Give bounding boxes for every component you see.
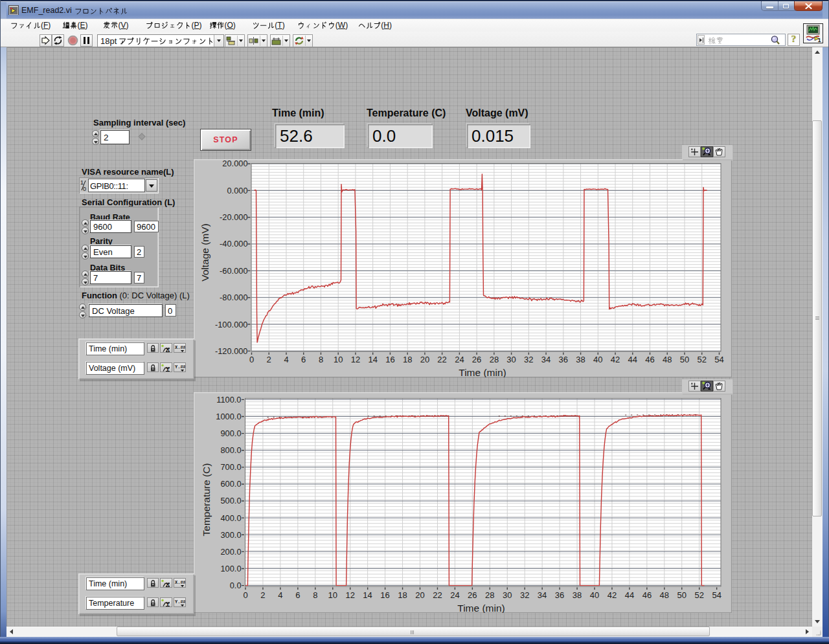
svg-text:52: 52 xyxy=(697,355,706,364)
svg-text:0: 0 xyxy=(249,355,254,364)
svg-text:100.0: 100.0 xyxy=(220,564,241,573)
svg-text:32: 32 xyxy=(524,355,533,364)
svg-text:Y.##: Y.## xyxy=(175,364,185,370)
svg-text:50: 50 xyxy=(677,590,687,600)
svg-text:4: 4 xyxy=(284,355,288,364)
svg-text:14: 14 xyxy=(368,355,377,364)
svg-text:38: 38 xyxy=(573,590,582,600)
svg-text:34: 34 xyxy=(538,590,547,600)
svg-text:Time (min): Time (min) xyxy=(457,603,505,614)
svg-text:2: 2 xyxy=(260,590,265,600)
svg-text:18: 18 xyxy=(398,590,407,600)
svg-text:700.0: 700.0 xyxy=(220,462,241,472)
svg-text:0.0: 0.0 xyxy=(230,581,242,590)
svg-text:600.0: 600.0 xyxy=(220,479,241,489)
svg-text:48: 48 xyxy=(660,590,669,600)
svg-text:30: 30 xyxy=(506,355,516,364)
svg-text:900.0: 900.0 xyxy=(220,428,241,438)
svg-text:30: 30 xyxy=(503,590,512,600)
svg-text:44: 44 xyxy=(628,355,637,364)
svg-text:-40.000: -40.000 xyxy=(220,239,247,249)
svg-text:-20.000: -20.000 xyxy=(220,212,247,222)
svg-text:40: 40 xyxy=(590,590,599,600)
svg-text:0: 0 xyxy=(243,590,247,600)
svg-text:8: 8 xyxy=(313,590,317,600)
svg-text:6: 6 xyxy=(295,590,300,600)
svg-text:-80.000: -80.000 xyxy=(220,293,247,302)
svg-text:42: 42 xyxy=(611,355,620,364)
svg-text:44: 44 xyxy=(625,590,634,600)
svg-text:1: 1 xyxy=(818,37,821,43)
svg-text:1: 1 xyxy=(80,179,84,186)
svg-text:8: 8 xyxy=(319,355,323,364)
svg-text:12: 12 xyxy=(351,355,360,364)
svg-text:10: 10 xyxy=(328,590,337,600)
svg-text:-100.000: -100.000 xyxy=(215,320,248,329)
svg-text:Temperature (C): Temperature (C) xyxy=(201,463,212,537)
svg-text:X.##: X.## xyxy=(175,345,185,350)
svg-text:42: 42 xyxy=(608,590,617,600)
svg-text:X.##: X.## xyxy=(175,580,185,585)
svg-text:500.0: 500.0 xyxy=(220,496,241,505)
svg-text:14: 14 xyxy=(363,590,372,600)
svg-text:16: 16 xyxy=(380,590,389,600)
svg-text:800.0: 800.0 xyxy=(220,445,241,455)
svg-text:46: 46 xyxy=(645,355,654,364)
svg-text:22: 22 xyxy=(433,590,442,600)
svg-text:2: 2 xyxy=(267,355,271,364)
svg-text:36: 36 xyxy=(555,590,564,600)
svg-text:1000.0: 1000.0 xyxy=(216,412,241,421)
svg-text:6: 6 xyxy=(301,355,306,364)
svg-text:-120.000: -120.000 xyxy=(215,346,248,356)
svg-text:400.0: 400.0 xyxy=(220,513,241,523)
svg-text:Voltage (mV): Voltage (mV) xyxy=(199,223,210,282)
svg-text:48: 48 xyxy=(663,355,672,364)
svg-text:36: 36 xyxy=(559,355,568,364)
svg-text:52: 52 xyxy=(694,590,703,600)
svg-text:26: 26 xyxy=(468,590,477,600)
svg-text:20.000: 20.000 xyxy=(222,159,247,168)
svg-text:Y.##: Y.## xyxy=(175,599,185,605)
svg-text:0.000: 0.000 xyxy=(227,186,247,195)
svg-text:54: 54 xyxy=(714,355,723,364)
svg-text:20: 20 xyxy=(415,590,424,600)
svg-text:22: 22 xyxy=(437,355,446,364)
svg-text:18: 18 xyxy=(403,355,412,364)
svg-text:34: 34 xyxy=(541,355,551,364)
svg-text:50: 50 xyxy=(680,355,689,364)
svg-text:24: 24 xyxy=(455,355,464,364)
svg-text:46: 46 xyxy=(642,590,652,600)
svg-text:54: 54 xyxy=(712,590,721,600)
svg-text:10: 10 xyxy=(334,355,343,364)
svg-text:12: 12 xyxy=(345,590,354,600)
svg-text:300.0: 300.0 xyxy=(220,530,241,540)
svg-text:40: 40 xyxy=(593,355,602,364)
svg-text:1100.0: 1100.0 xyxy=(216,395,241,405)
svg-text:28: 28 xyxy=(485,590,494,600)
svg-text:4: 4 xyxy=(278,590,282,600)
svg-text:-60.000: -60.000 xyxy=(220,266,247,276)
svg-text:200.0: 200.0 xyxy=(220,547,241,557)
svg-text:26: 26 xyxy=(472,355,481,364)
svg-text:0: 0 xyxy=(83,186,86,192)
svg-text:32: 32 xyxy=(520,590,529,600)
svg-text:24: 24 xyxy=(450,590,459,600)
svg-text:38: 38 xyxy=(576,355,585,364)
svg-text:20: 20 xyxy=(420,355,429,364)
svg-text:16: 16 xyxy=(385,355,394,364)
svg-text:Time (min): Time (min) xyxy=(459,367,506,377)
svg-text:28: 28 xyxy=(490,355,499,364)
